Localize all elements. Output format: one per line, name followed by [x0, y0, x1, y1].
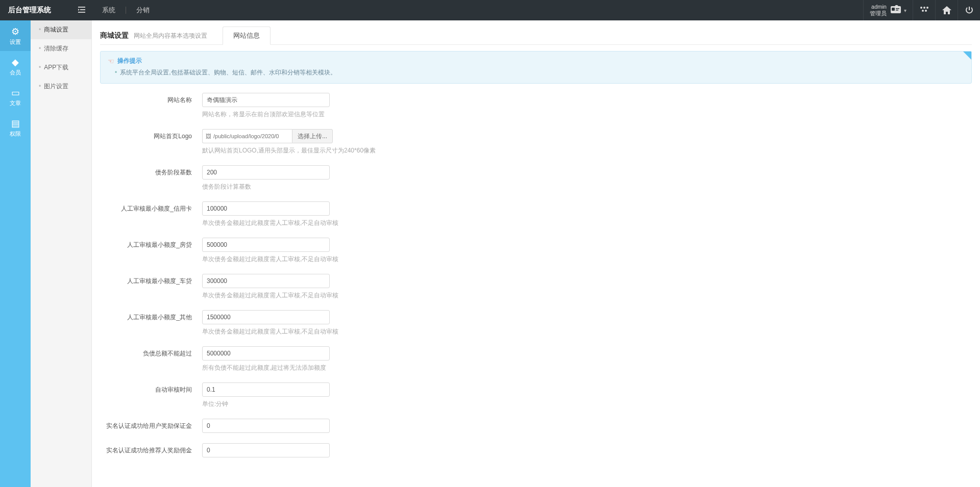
svg-point-8 — [925, 10, 927, 12]
top-bar: 后台管理系统 系统 分销 admin 管理员 ▾ — [0, 0, 980, 20]
apps-icon[interactable] — [913, 0, 935, 20]
menu-toggle-button[interactable] — [71, 7, 92, 14]
top-icons — [913, 0, 980, 20]
svg-point-6 — [926, 7, 928, 9]
user-role: 管理员 — [870, 10, 887, 17]
user-text: admin 管理员 — [870, 4, 887, 17]
id-card-icon — [891, 5, 901, 16]
nav-distribution[interactable]: 分销 — [126, 6, 160, 15]
user-block[interactable]: admin 管理员 ▾ — [863, 0, 913, 20]
svg-rect-1 — [892, 8, 895, 11]
collapse-icon — [78, 7, 85, 13]
top-nav: 系统 分销 — [92, 6, 160, 15]
power-icon[interactable] — [958, 0, 980, 20]
chevron-down-icon: ▾ — [904, 8, 906, 13]
svg-rect-3 — [896, 10, 898, 11]
brand-title: 后台管理系统 — [0, 6, 71, 15]
nav-system[interactable]: 系统 — [92, 6, 126, 15]
svg-point-4 — [920, 7, 922, 9]
user-name: admin — [870, 4, 887, 10]
svg-rect-2 — [896, 8, 899, 9]
svg-point-5 — [923, 7, 925, 9]
svg-point-7 — [922, 10, 924, 12]
home-icon[interactable] — [935, 0, 958, 20]
